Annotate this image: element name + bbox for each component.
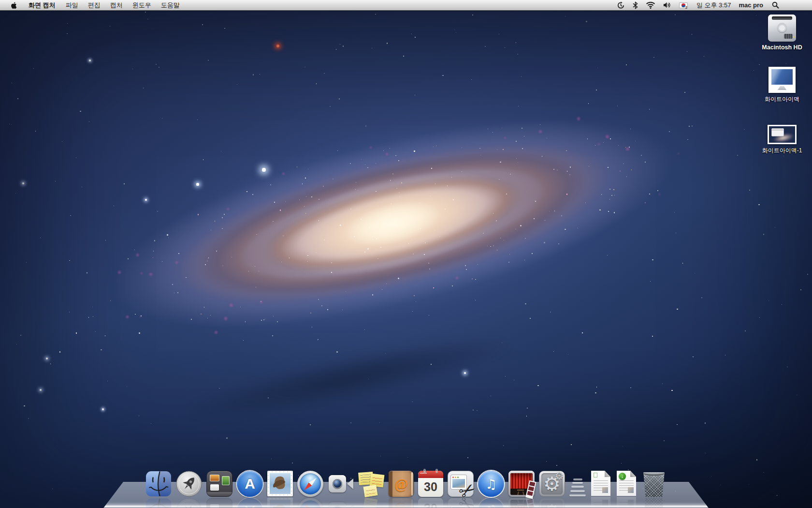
menu-4[interactable]: 윈도우 xyxy=(128,0,156,10)
dock-item-finder-icon[interactable] xyxy=(145,471,172,508)
dock-item-document-icon[interactable] xyxy=(590,471,611,508)
dock-item-document-download-icon[interactable]: ↓↓ xyxy=(616,471,637,508)
dock-item-mail-icon[interactable] xyxy=(267,471,293,508)
dock-item-photo-booth-icon[interactable] xyxy=(508,471,535,508)
galaxy-starfield xyxy=(0,0,812,508)
galaxy-dust-lane-inner xyxy=(200,132,585,315)
volume-icon[interactable] xyxy=(659,0,675,10)
desktop-icon-label: 화이트아이맥-1 xyxy=(762,147,802,155)
desktop-icon-column: Macintosh HD화이트아이맥화이트아이맥-1 xyxy=(754,12,810,176)
desktop-icon-hard-drive[interactable]: Macintosh HD xyxy=(754,15,810,51)
menu-bar-left: 화면 캡처파일편집캡처윈도우도움말 xyxy=(0,0,185,10)
menubar-clock[interactable]: 일 오후 3:57 xyxy=(692,1,734,10)
dock-item-ical-icon[interactable]: 3030 xyxy=(418,471,443,508)
dock-item-itunes-icon[interactable]: ♫♫ xyxy=(478,471,504,508)
dock-item-address-book-icon[interactable]: @@ xyxy=(389,471,414,508)
dock-items: AA@@3030✂✂♫♫⚙⚙⚙⚙↓↓ xyxy=(0,466,812,508)
menu-3[interactable]: 캡처 xyxy=(105,0,128,10)
dock-item-safari-icon[interactable] xyxy=(297,471,323,508)
desktop-icon-label: 화이트아이맥 xyxy=(765,95,799,104)
nebula-wisp xyxy=(174,321,523,436)
dock-separator xyxy=(569,471,586,497)
korean-flag-icon[interactable]: 2 xyxy=(675,0,692,10)
galaxy-disk xyxy=(94,77,691,370)
dock-item-stickies-icon[interactable] xyxy=(358,471,384,508)
menu-5[interactable]: 도움말 xyxy=(156,0,185,10)
wifi-icon[interactable] xyxy=(642,0,659,10)
wallpaper xyxy=(0,0,812,508)
dock-item-launchpad-icon[interactable] xyxy=(176,471,202,508)
starfield xyxy=(0,0,812,508)
desktop-icon-label: Macintosh HD xyxy=(762,44,802,51)
dock-item-system-preferences-icon[interactable]: ⚙⚙⚙⚙ xyxy=(539,471,565,508)
spotlight-icon[interactable] xyxy=(767,0,781,10)
galaxy-halo xyxy=(4,6,782,441)
apple-icon xyxy=(11,1,18,9)
dock-item-facetime-icon[interactable] xyxy=(328,471,354,508)
galaxy-dust-lane-outer xyxy=(109,84,676,363)
dock-item-trash-icon[interactable] xyxy=(641,471,667,508)
desktop-icon-image-file-imac[interactable]: 화이트아이맥 xyxy=(754,67,810,104)
menubar-username[interactable]: mac pro xyxy=(734,1,767,9)
menu-1[interactable]: 파일 xyxy=(61,0,83,10)
menu-app-name[interactable]: 화면 캡처 xyxy=(23,0,61,10)
dock-item-grab-icon[interactable]: ✂✂ xyxy=(448,471,474,508)
time-machine-icon[interactable] xyxy=(613,0,629,10)
menu-bar-status-area: 2 일 오후 3:57 mac pro xyxy=(613,0,812,10)
macos-desktop: { "menubar": { "menus": [ { "label": "화면… xyxy=(0,0,812,508)
apple-menu[interactable] xyxy=(6,0,23,10)
galaxy-core-glow xyxy=(263,151,522,296)
dock-item-mission-control-icon[interactable] xyxy=(206,471,232,508)
desktop-icon-image-file-screenshot[interactable]: 화이트아이맥-1 xyxy=(754,125,810,155)
menu-bar: 화면 캡처파일편집캡처윈도우도움말 2 일 오후 3:57 mac pro xyxy=(0,0,812,11)
dock-item-app-store-icon[interactable]: AA xyxy=(237,471,263,508)
bluetooth-icon[interactable] xyxy=(629,0,642,10)
galaxy-core xyxy=(340,193,445,254)
dock: AA@@3030✂✂♫♫⚙⚙⚙⚙↓↓ xyxy=(0,466,812,508)
menu-2[interactable]: 편집 xyxy=(83,0,105,10)
